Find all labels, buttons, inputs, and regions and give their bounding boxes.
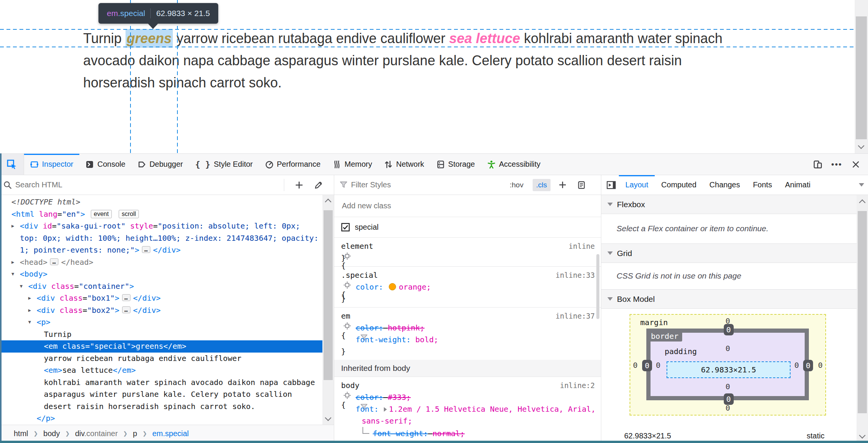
border-left-value[interactable]: 0 (642, 360, 652, 371)
tab-debugger[interactable]: Debugger (132, 154, 189, 175)
declaration-color-orange[interactable]: color: orange; (334, 281, 601, 293)
filter-styles-input[interactable]: Filter Styles (351, 180, 391, 189)
rule-location[interactable]: inline (568, 240, 595, 252)
breadcrumb-item[interactable]: em.special (152, 429, 189, 438)
inline-expander-button[interactable]: … (50, 258, 58, 265)
border-right-value[interactable]: 0 (803, 360, 813, 371)
markup-row[interactable]: <html lang="en"> event scroll (0, 208, 322, 221)
inline-expander-button[interactable]: … (142, 246, 150, 253)
tab-memory[interactable]: Memory (327, 154, 378, 175)
markup-row[interactable]: ▼<div class="container"> (0, 280, 322, 293)
markup-scrollbar-thumb[interactable] (324, 210, 333, 380)
markup-row[interactable]: desert raisin horseradish spinach carrot… (0, 401, 322, 413)
padding-top-value[interactable]: 0 (630, 344, 825, 353)
scroll-down-icon[interactable] (859, 432, 866, 439)
sidebar-tab-computed[interactable]: Computed (655, 175, 703, 195)
color-swatch-orange[interactable] (389, 283, 396, 290)
declaration-font-weight-bold[interactable]: font-weight: bold; (334, 334, 601, 346)
scroll-down-icon[interactable] (325, 415, 332, 421)
markup-row[interactable]: ▼<p> (0, 316, 322, 329)
markup-row-selected[interactable]: <em class="special">greens</em> (0, 340, 322, 353)
rule-element-style[interactable]: element{ inline } (334, 238, 601, 267)
rule-location[interactable]: inline:37 (556, 310, 595, 322)
border-bottom-value[interactable]: 0 (724, 393, 734, 405)
expand-sidebar-button[interactable] (604, 177, 619, 193)
search-input[interactable]: Search HTML (15, 180, 62, 189)
eyedropper-button[interactable] (311, 177, 326, 193)
add-rule-button[interactable] (555, 177, 570, 193)
markup-row[interactable]: kohlrabi amaranth water spinach avocado … (0, 377, 322, 389)
markup-row[interactable]: ▼<body> (0, 268, 322, 280)
twisty-collapsed-icon[interactable]: ▶ (11, 220, 14, 232)
grid-section-header[interactable]: Grid (601, 244, 857, 263)
border-top-value[interactable]: 0 (724, 324, 734, 335)
sidebar-tab-changes[interactable]: Changes (703, 175, 746, 195)
inline-expander-button[interactable]: … (122, 294, 130, 301)
tab-accessibility[interactable]: Accessibility (481, 154, 547, 175)
markup-row[interactable]: <!DOCTYPE html> (0, 196, 322, 208)
markup-row[interactable]: <em>sea lettuce</em> (0, 364, 322, 377)
twisty-expanded-icon[interactable]: ▼ (28, 316, 31, 329)
inline-expander-button[interactable]: … (122, 306, 130, 313)
page-scrollbar[interactable] (855, 0, 868, 153)
markup-row[interactable]: asparagus winter purslane kale. Celery p… (0, 388, 322, 401)
flexbox-section-header[interactable]: Flexbox (601, 195, 857, 214)
page-scrollbar-thumb[interactable] (856, 16, 867, 139)
expand-value-icon[interactable] (384, 407, 387, 412)
class-panel-toggle[interactable]: .cls (533, 179, 551, 191)
add-node-button[interactable] (291, 177, 307, 193)
markup-row[interactable]: Turnip (0, 329, 322, 341)
box-model-section-header[interactable]: Box Model (601, 290, 857, 309)
sidebar-tab-layout[interactable]: Layout (619, 175, 655, 195)
twisty-collapsed-icon[interactable]: ▶ (28, 304, 31, 317)
declaration-color-hotpink-overridden[interactable]: color: hotpink; (334, 322, 601, 334)
devtools-menu-button[interactable]: ••• (828, 156, 845, 173)
all-tabs-menu-icon[interactable] (859, 183, 864, 187)
padding-bottom-value[interactable]: 0 (630, 382, 825, 391)
breadcrumb-item[interactable]: html (14, 429, 28, 438)
event-badge[interactable]: scroll (119, 210, 139, 218)
rule-special[interactable]: .special{ inline:33 color: orange; } (334, 267, 601, 308)
rule-body[interactable]: body{ inline:2 color: #333; font: 1.2em … (334, 377, 601, 441)
twisty-collapsed-icon[interactable]: ▶ (11, 256, 14, 269)
twisty-collapsed-icon[interactable]: ▶ (28, 292, 31, 304)
declaration-font[interactable]: font: 1.2em / 1.5 Helvetica Neue, Helvet… (334, 403, 601, 415)
tab-console[interactable]: Console (79, 154, 131, 175)
layout-scrollbar[interactable] (857, 195, 868, 441)
checkbox-checked-icon[interactable] (341, 223, 350, 232)
scroll-up-icon[interactable] (325, 199, 332, 205)
markup-row[interactable]: top: 0px; width: 100%; height…100%; z-in… (0, 232, 322, 245)
markup-row[interactable]: ▶<div class="box1">…</div> (0, 292, 322, 304)
box-model-margin[interactable]: margin 0 0 0 0 border 0 0 0 0 padding 0 … (630, 314, 826, 416)
box-model-content[interactable]: 62.9833×21.5 (667, 361, 791, 378)
rule-location[interactable]: inline:33 (556, 269, 595, 281)
element-picker-button[interactable] (0, 154, 24, 175)
rule-em[interactable]: em{ inline:37 color: hotpink; font-weigh… (334, 308, 601, 360)
sidebar-tab-animations[interactable]: Animati (778, 175, 810, 195)
breadcrumb-item[interactable]: body (43, 429, 60, 438)
layout-scrollbar-thumb[interactable] (858, 211, 867, 413)
tab-style-editor[interactable]: { } Style Editor (189, 154, 259, 175)
rule-location[interactable]: inline:2 (560, 380, 595, 391)
tab-performance[interactable]: Performance (259, 154, 327, 175)
sidebar-tab-fonts[interactable]: Fonts (746, 175, 778, 195)
add-new-class-input[interactable]: Add new class (334, 195, 601, 217)
declaration-color-333-overridden[interactable]: color: #333; (334, 391, 601, 403)
markup-row[interactable]: </p> (0, 412, 322, 425)
padding-left-value[interactable]: 0 (654, 361, 662, 370)
breadcrumb-item[interactable]: div.container (75, 429, 118, 438)
tab-inspector[interactable]: Inspector (24, 154, 79, 175)
devtools-close-button[interactable] (847, 156, 864, 173)
tab-storage[interactable]: Storage (430, 154, 481, 175)
tab-network[interactable]: Network (378, 154, 430, 175)
markup-row[interactable]: 1; pointer-events: none;">…</div> (0, 244, 322, 256)
pseudo-class-toggle[interactable]: :hov (510, 181, 523, 189)
padding-right-value[interactable]: 0 (792, 361, 801, 370)
markup-row[interactable]: ▶<div id="saka-gui-root" style="position… (0, 220, 322, 232)
breadcrumb-item[interactable]: p (133, 429, 137, 438)
scroll-up-icon[interactable] (859, 200, 866, 206)
scroll-down-icon[interactable] (858, 143, 865, 149)
twisty-expanded-icon[interactable]: ▼ (11, 268, 14, 280)
responsive-design-button[interactable] (809, 156, 826, 173)
markup-row[interactable]: ▶<div class="box2">…</div> (0, 304, 322, 317)
